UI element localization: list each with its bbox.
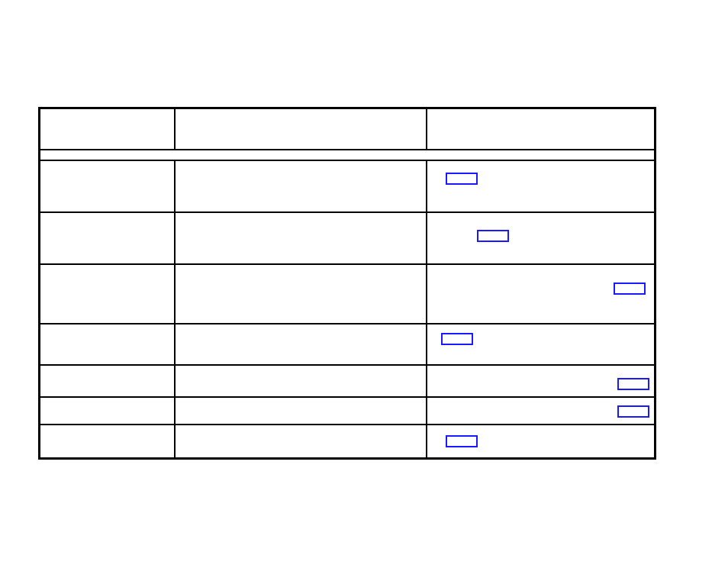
table-row — [40, 160, 654, 211]
table-row — [40, 211, 654, 263]
table-cell — [40, 265, 174, 323]
table-cell — [40, 425, 174, 457]
table-cell — [426, 324, 654, 364]
table-header-cell — [40, 109, 174, 149]
table-row — [40, 323, 654, 364]
table-cell — [40, 366, 174, 396]
table-cell — [426, 398, 654, 424]
table-cell — [174, 161, 426, 211]
table-header-cell — [426, 109, 654, 149]
link-box[interactable] — [441, 333, 473, 345]
table-cell — [174, 366, 426, 396]
link-box[interactable] — [477, 230, 509, 242]
table-row — [40, 364, 654, 396]
link-box[interactable] — [614, 282, 646, 295]
table-band-row — [40, 149, 654, 160]
link-box[interactable] — [446, 173, 478, 185]
table-band-cell — [40, 150, 654, 160]
table-row — [40, 424, 654, 457]
table-cell — [174, 265, 426, 323]
table-cell — [426, 265, 654, 323]
table-header-cell — [174, 109, 426, 149]
table-row — [40, 396, 654, 424]
table-cell — [174, 324, 426, 364]
table-cell — [40, 398, 174, 424]
table-cell — [426, 425, 654, 457]
table-cell — [426, 213, 654, 263]
table-cell — [426, 161, 654, 211]
table-cell — [40, 161, 174, 211]
link-box[interactable] — [446, 435, 478, 447]
table-row — [40, 263, 654, 323]
data-table — [38, 107, 656, 460]
table-header-row — [40, 109, 654, 149]
table-cell — [174, 425, 426, 457]
table-cell — [40, 213, 174, 263]
table-cell — [40, 324, 174, 364]
link-box[interactable] — [617, 378, 649, 390]
table-cell — [426, 366, 654, 396]
link-box[interactable] — [617, 405, 649, 418]
table-cell — [174, 398, 426, 424]
table-cell — [174, 213, 426, 263]
